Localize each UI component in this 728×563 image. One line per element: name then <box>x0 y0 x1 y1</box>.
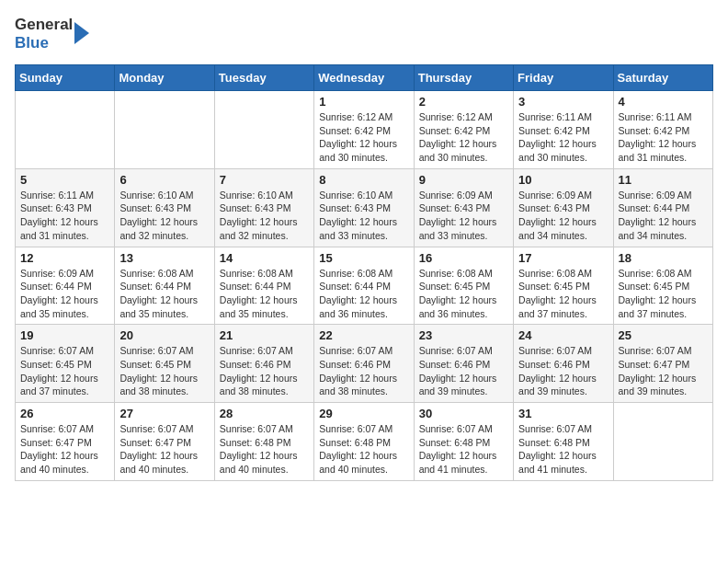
header-day-tuesday: Tuesday <box>214 65 313 91</box>
empty-cell <box>214 91 313 169</box>
day-number: 21 <box>220 328 309 342</box>
calendar-day-22: 22Sunrise: 6:07 AM Sunset: 6:46 PM Dayli… <box>314 325 414 403</box>
day-info: Sunrise: 6:07 AM Sunset: 6:48 PM Dayligh… <box>220 422 309 477</box>
day-info: Sunrise: 6:07 AM Sunset: 6:48 PM Dayligh… <box>319 422 408 477</box>
day-info: Sunrise: 6:07 AM Sunset: 6:47 PM Dayligh… <box>20 422 109 477</box>
day-info: Sunrise: 6:08 AM Sunset: 6:44 PM Dayligh… <box>220 267 309 321</box>
calendar-day-26: 26Sunrise: 6:07 AM Sunset: 6:47 PM Dayli… <box>16 403 115 481</box>
day-info: Sunrise: 6:07 AM Sunset: 6:46 PM Dayligh… <box>319 344 408 398</box>
day-number: 23 <box>419 328 508 342</box>
calendar-day-2: 2Sunrise: 6:12 AM Sunset: 6:42 PM Daylig… <box>414 91 513 169</box>
day-info: Sunrise: 6:09 AM Sunset: 6:43 PM Dayligh… <box>518 189 608 243</box>
day-number: 30 <box>419 407 508 420</box>
calendar-week-1: 1Sunrise: 6:12 AM Sunset: 6:42 PM Daylig… <box>16 91 713 169</box>
day-info: Sunrise: 6:10 AM Sunset: 6:43 PM Dayligh… <box>319 189 408 243</box>
calendar-day-7: 7Sunrise: 6:10 AM Sunset: 6:43 PM Daylig… <box>214 168 313 247</box>
empty-cell <box>16 91 115 169</box>
day-info: Sunrise: 6:07 AM Sunset: 6:48 PM Dayligh… <box>518 422 608 477</box>
calendar-day-9: 9Sunrise: 6:09 AM Sunset: 6:43 PM Daylig… <box>414 168 513 247</box>
day-number: 31 <box>518 407 608 420</box>
calendar-week-3: 12Sunrise: 6:09 AM Sunset: 6:44 PM Dayli… <box>16 247 713 325</box>
day-info: Sunrise: 6:09 AM Sunset: 6:43 PM Dayligh… <box>419 189 508 243</box>
logo-wrapper: General Blue <box>15 15 95 53</box>
calendar-day-14: 14Sunrise: 6:08 AM Sunset: 6:44 PM Dayli… <box>214 247 313 325</box>
day-number: 7 <box>220 173 309 187</box>
calendar-body: 1Sunrise: 6:12 AM Sunset: 6:42 PM Daylig… <box>16 91 713 481</box>
day-number: 13 <box>119 251 209 265</box>
calendar-week-2: 5Sunrise: 6:11 AM Sunset: 6:43 PM Daylig… <box>16 168 713 247</box>
day-info: Sunrise: 6:09 AM Sunset: 6:44 PM Dayligh… <box>20 267 109 321</box>
calendar-day-1: 1Sunrise: 6:12 AM Sunset: 6:42 PM Daylig… <box>314 91 414 169</box>
day-info: Sunrise: 6:11 AM Sunset: 6:42 PM Dayligh… <box>518 110 608 165</box>
empty-cell <box>115 91 214 169</box>
day-number: 16 <box>419 251 508 265</box>
svg-marker-0 <box>74 22 89 44</box>
calendar-day-25: 25Sunrise: 6:07 AM Sunset: 6:47 PM Dayli… <box>613 325 712 403</box>
day-info: Sunrise: 6:08 AM Sunset: 6:45 PM Dayligh… <box>619 267 708 321</box>
day-number: 28 <box>220 407 309 420</box>
day-number: 19 <box>20 328 109 342</box>
calendar-day-10: 10Sunrise: 6:09 AM Sunset: 6:43 PM Dayli… <box>514 168 613 247</box>
calendar-day-24: 24Sunrise: 6:07 AM Sunset: 6:46 PM Dayli… <box>514 325 613 403</box>
day-number: 5 <box>20 173 109 187</box>
logo-general: General <box>15 16 73 34</box>
day-number: 1 <box>319 95 408 109</box>
day-number: 27 <box>119 407 209 420</box>
calendar-day-4: 4Sunrise: 6:11 AM Sunset: 6:42 PM Daylig… <box>613 91 712 169</box>
logo-arrow <box>74 17 95 53</box>
day-number: 29 <box>319 407 408 420</box>
calendar-day-29: 29Sunrise: 6:07 AM Sunset: 6:48 PM Dayli… <box>314 403 414 481</box>
calendar-week-4: 19Sunrise: 6:07 AM Sunset: 6:45 PM Dayli… <box>16 325 713 403</box>
logo-arrow-svg <box>74 17 95 50</box>
calendar-day-31: 31Sunrise: 6:07 AM Sunset: 6:48 PM Dayli… <box>514 403 613 481</box>
day-info: Sunrise: 6:12 AM Sunset: 6:42 PM Dayligh… <box>419 110 508 165</box>
day-info: Sunrise: 6:07 AM Sunset: 6:45 PM Dayligh… <box>20 344 109 398</box>
calendar-day-18: 18Sunrise: 6:08 AM Sunset: 6:45 PM Dayli… <box>613 247 712 325</box>
calendar-day-28: 28Sunrise: 6:07 AM Sunset: 6:48 PM Dayli… <box>214 403 313 481</box>
day-number: 6 <box>119 173 209 187</box>
day-number: 9 <box>419 173 508 187</box>
day-info: Sunrise: 6:07 AM Sunset: 6:46 PM Dayligh… <box>518 344 608 398</box>
header-day-thursday: Thursday <box>414 65 513 91</box>
header-day-monday: Monday <box>115 65 214 91</box>
calendar-day-21: 21Sunrise: 6:07 AM Sunset: 6:46 PM Dayli… <box>214 325 313 403</box>
day-number: 10 <box>518 173 608 187</box>
day-info: Sunrise: 6:09 AM Sunset: 6:44 PM Dayligh… <box>619 189 708 243</box>
calendar-table: SundayMondayTuesdayWednesdayThursdayFrid… <box>15 64 713 481</box>
day-number: 17 <box>518 251 608 265</box>
day-number: 8 <box>319 173 408 187</box>
day-info: Sunrise: 6:10 AM Sunset: 6:43 PM Dayligh… <box>119 189 209 243</box>
calendar-day-3: 3Sunrise: 6:11 AM Sunset: 6:42 PM Daylig… <box>514 91 613 169</box>
day-info: Sunrise: 6:08 AM Sunset: 6:44 PM Dayligh… <box>319 267 408 321</box>
calendar-week-5: 26Sunrise: 6:07 AM Sunset: 6:47 PM Dayli… <box>16 403 713 481</box>
header-day-sunday: Sunday <box>16 65 115 91</box>
day-info: Sunrise: 6:08 AM Sunset: 6:44 PM Dayligh… <box>119 267 209 321</box>
calendar-day-12: 12Sunrise: 6:09 AM Sunset: 6:44 PM Dayli… <box>16 247 115 325</box>
day-info: Sunrise: 6:07 AM Sunset: 6:46 PM Dayligh… <box>419 344 508 398</box>
day-info: Sunrise: 6:07 AM Sunset: 6:47 PM Dayligh… <box>119 422 209 477</box>
day-info: Sunrise: 6:08 AM Sunset: 6:45 PM Dayligh… <box>518 267 608 321</box>
logo-words: General Blue <box>15 16 73 53</box>
day-number: 3 <box>518 95 608 109</box>
header-day-wednesday: Wednesday <box>314 65 414 91</box>
day-number: 4 <box>619 95 708 109</box>
calendar-day-30: 30Sunrise: 6:07 AM Sunset: 6:48 PM Dayli… <box>414 403 513 481</box>
day-info: Sunrise: 6:10 AM Sunset: 6:43 PM Dayligh… <box>220 189 309 243</box>
calendar-header: SundayMondayTuesdayWednesdayThursdayFrid… <box>16 65 713 91</box>
day-info: Sunrise: 6:08 AM Sunset: 6:45 PM Dayligh… <box>419 267 508 321</box>
day-info: Sunrise: 6:12 AM Sunset: 6:42 PM Dayligh… <box>319 110 408 165</box>
calendar-day-23: 23Sunrise: 6:07 AM Sunset: 6:46 PM Dayli… <box>414 325 513 403</box>
calendar-day-20: 20Sunrise: 6:07 AM Sunset: 6:45 PM Dayli… <box>115 325 214 403</box>
day-info: Sunrise: 6:07 AM Sunset: 6:48 PM Dayligh… <box>419 422 508 477</box>
day-number: 14 <box>220 251 309 265</box>
day-number: 18 <box>619 251 708 265</box>
day-number: 12 <box>20 251 109 265</box>
calendar-day-19: 19Sunrise: 6:07 AM Sunset: 6:45 PM Dayli… <box>16 325 115 403</box>
calendar-day-16: 16Sunrise: 6:08 AM Sunset: 6:45 PM Dayli… <box>414 247 513 325</box>
calendar-day-13: 13Sunrise: 6:08 AM Sunset: 6:44 PM Dayli… <box>115 247 214 325</box>
header-day-friday: Friday <box>514 65 613 91</box>
day-number: 2 <box>419 95 508 109</box>
day-info: Sunrise: 6:11 AM Sunset: 6:43 PM Dayligh… <box>20 189 109 243</box>
calendar-day-11: 11Sunrise: 6:09 AM Sunset: 6:44 PM Dayli… <box>613 168 712 247</box>
calendar-day-27: 27Sunrise: 6:07 AM Sunset: 6:47 PM Dayli… <box>115 403 214 481</box>
